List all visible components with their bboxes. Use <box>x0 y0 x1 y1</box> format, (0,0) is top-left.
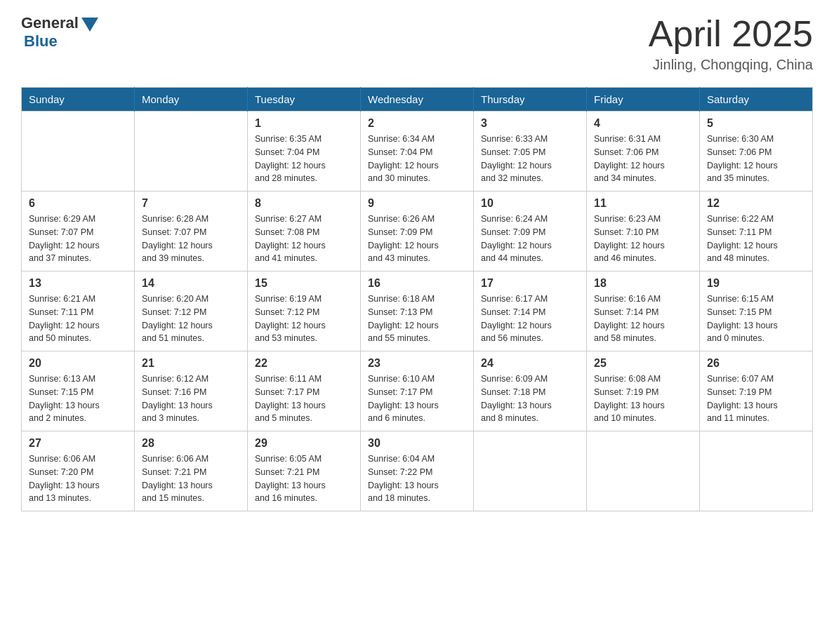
calendar-cell: 30Sunrise: 6:04 AMSunset: 7:22 PMDayligh… <box>361 431 474 511</box>
calendar-cell: 23Sunrise: 6:10 AMSunset: 7:17 PMDayligh… <box>361 351 474 431</box>
day-info: Sunrise: 6:28 AMSunset: 7:07 PMDaylight:… <box>142 213 240 265</box>
day-of-week-header: Wednesday <box>361 88 474 112</box>
day-info: Sunrise: 6:17 AMSunset: 7:14 PMDaylight:… <box>481 293 579 345</box>
calendar-cell: 8Sunrise: 6:27 AMSunset: 7:08 PMDaylight… <box>248 192 361 271</box>
day-info: Sunrise: 6:08 AMSunset: 7:19 PMDaylight:… <box>594 373 692 425</box>
day-info: Sunrise: 6:35 AMSunset: 7:04 PMDaylight:… <box>255 133 353 185</box>
day-info: Sunrise: 6:21 AMSunset: 7:11 PMDaylight:… <box>29 293 127 345</box>
calendar-cell <box>587 431 700 511</box>
month-title: April 2025 <box>649 14 813 54</box>
day-info: Sunrise: 6:19 AMSunset: 7:12 PMDaylight:… <box>255 293 353 345</box>
calendar-cell: 18Sunrise: 6:16 AMSunset: 7:14 PMDayligh… <box>587 271 700 351</box>
day-info: Sunrise: 6:12 AMSunset: 7:16 PMDaylight:… <box>142 373 240 425</box>
calendar-week-row: 13Sunrise: 6:21 AMSunset: 7:11 PMDayligh… <box>22 271 813 351</box>
day-number: 28 <box>142 437 240 450</box>
header-row: SundayMondayTuesdayWednesdayThursdayFrid… <box>22 88 813 112</box>
day-number: 3 <box>481 117 579 130</box>
logo-general-text: General <box>21 14 79 32</box>
calendar-cell: 27Sunrise: 6:06 AMSunset: 7:20 PMDayligh… <box>22 431 135 511</box>
calendar-cell: 11Sunrise: 6:23 AMSunset: 7:10 PMDayligh… <box>587 192 700 271</box>
day-number: 2 <box>368 117 466 130</box>
day-info: Sunrise: 6:04 AMSunset: 7:22 PMDaylight:… <box>368 452 466 505</box>
day-number: 19 <box>707 277 805 290</box>
day-info: Sunrise: 6:18 AMSunset: 7:13 PMDaylight:… <box>368 293 466 345</box>
title-section: April 2025 Jinling, Chongqing, China <box>649 14 813 73</box>
day-info: Sunrise: 6:10 AMSunset: 7:17 PMDaylight:… <box>368 373 466 425</box>
calendar-cell: 24Sunrise: 6:09 AMSunset: 7:18 PMDayligh… <box>474 351 587 431</box>
day-info: Sunrise: 6:05 AMSunset: 7:21 PMDaylight:… <box>255 452 353 505</box>
day-info: Sunrise: 6:27 AMSunset: 7:08 PMDaylight:… <box>255 213 353 265</box>
calendar-header: SundayMondayTuesdayWednesdayThursdayFrid… <box>22 88 813 112</box>
day-info: Sunrise: 6:24 AMSunset: 7:09 PMDaylight:… <box>481 213 579 265</box>
calendar-week-row: 20Sunrise: 6:13 AMSunset: 7:15 PMDayligh… <box>22 351 813 431</box>
calendar-cell: 6Sunrise: 6:29 AMSunset: 7:07 PMDaylight… <box>22 192 135 271</box>
calendar-cell <box>474 431 587 511</box>
calendar-cell <box>22 112 135 192</box>
calendar-cell: 17Sunrise: 6:17 AMSunset: 7:14 PMDayligh… <box>474 271 587 351</box>
day-number: 20 <box>29 357 127 370</box>
day-number: 30 <box>368 437 466 450</box>
day-number: 8 <box>255 197 353 210</box>
calendar-cell: 7Sunrise: 6:28 AMSunset: 7:07 PMDaylight… <box>135 192 248 271</box>
day-number: 27 <box>29 437 127 450</box>
day-info: Sunrise: 6:06 AMSunset: 7:20 PMDaylight:… <box>29 452 127 505</box>
location-text: Jinling, Chongqing, China <box>649 57 813 73</box>
day-number: 26 <box>707 357 805 370</box>
day-number: 14 <box>142 277 240 290</box>
day-of-week-header: Monday <box>135 88 248 112</box>
calendar-body: 1Sunrise: 6:35 AMSunset: 7:04 PMDaylight… <box>22 112 813 511</box>
day-number: 13 <box>29 277 127 290</box>
day-info: Sunrise: 6:13 AMSunset: 7:15 PMDaylight:… <box>29 373 127 425</box>
day-info: Sunrise: 6:29 AMSunset: 7:07 PMDaylight:… <box>29 213 127 265</box>
calendar-cell: 1Sunrise: 6:35 AMSunset: 7:04 PMDaylight… <box>248 112 361 192</box>
day-info: Sunrise: 6:26 AMSunset: 7:09 PMDaylight:… <box>368 213 466 265</box>
calendar-cell: 15Sunrise: 6:19 AMSunset: 7:12 PMDayligh… <box>248 271 361 351</box>
calendar-cell: 21Sunrise: 6:12 AMSunset: 7:16 PMDayligh… <box>135 351 248 431</box>
day-number: 1 <box>255 117 353 130</box>
day-info: Sunrise: 6:34 AMSunset: 7:04 PMDaylight:… <box>368 133 466 185</box>
day-info: Sunrise: 6:22 AMSunset: 7:11 PMDaylight:… <box>707 213 805 265</box>
day-info: Sunrise: 6:31 AMSunset: 7:06 PMDaylight:… <box>594 133 692 185</box>
day-number: 29 <box>255 437 353 450</box>
calendar-cell <box>700 431 813 511</box>
day-info: Sunrise: 6:23 AMSunset: 7:10 PMDaylight:… <box>594 213 692 265</box>
day-of-week-header: Friday <box>587 88 700 112</box>
calendar-table: SundayMondayTuesdayWednesdayThursdayFrid… <box>21 87 813 511</box>
day-info: Sunrise: 6:11 AMSunset: 7:17 PMDaylight:… <box>255 373 353 425</box>
day-number: 10 <box>481 197 579 210</box>
day-info: Sunrise: 6:30 AMSunset: 7:06 PMDaylight:… <box>707 133 805 185</box>
day-info: Sunrise: 6:16 AMSunset: 7:14 PMDaylight:… <box>594 293 692 345</box>
calendar-cell: 12Sunrise: 6:22 AMSunset: 7:11 PMDayligh… <box>700 192 813 271</box>
calendar-week-row: 1Sunrise: 6:35 AMSunset: 7:04 PMDaylight… <box>22 112 813 192</box>
calendar-week-row: 6Sunrise: 6:29 AMSunset: 7:07 PMDaylight… <box>22 192 813 271</box>
day-number: 25 <box>594 357 692 370</box>
day-number: 22 <box>255 357 353 370</box>
day-number: 18 <box>594 277 692 290</box>
day-number: 15 <box>255 277 353 290</box>
page-header: General Blue April 2025 Jinling, Chongqi… <box>21 14 813 73</box>
calendar-cell: 22Sunrise: 6:11 AMSunset: 7:17 PMDayligh… <box>248 351 361 431</box>
day-info: Sunrise: 6:07 AMSunset: 7:19 PMDaylight:… <box>707 373 805 425</box>
day-info: Sunrise: 6:09 AMSunset: 7:18 PMDaylight:… <box>481 373 579 425</box>
day-number: 4 <box>594 117 692 130</box>
calendar-cell: 10Sunrise: 6:24 AMSunset: 7:09 PMDayligh… <box>474 192 587 271</box>
calendar-cell: 9Sunrise: 6:26 AMSunset: 7:09 PMDaylight… <box>361 192 474 271</box>
calendar-cell: 4Sunrise: 6:31 AMSunset: 7:06 PMDaylight… <box>587 112 700 192</box>
calendar-cell: 29Sunrise: 6:05 AMSunset: 7:21 PMDayligh… <box>248 431 361 511</box>
day-info: Sunrise: 6:06 AMSunset: 7:21 PMDaylight:… <box>142 452 240 505</box>
day-number: 24 <box>481 357 579 370</box>
calendar-cell: 14Sunrise: 6:20 AMSunset: 7:12 PMDayligh… <box>135 271 248 351</box>
calendar-cell <box>135 112 248 192</box>
day-number: 21 <box>142 357 240 370</box>
calendar-cell: 16Sunrise: 6:18 AMSunset: 7:13 PMDayligh… <box>361 271 474 351</box>
calendar-cell: 25Sunrise: 6:08 AMSunset: 7:19 PMDayligh… <box>587 351 700 431</box>
day-number: 5 <box>707 117 805 130</box>
day-number: 12 <box>707 197 805 210</box>
calendar-cell: 20Sunrise: 6:13 AMSunset: 7:15 PMDayligh… <box>22 351 135 431</box>
logo: General Blue <box>21 14 98 51</box>
day-number: 6 <box>29 197 127 210</box>
logo-triangle-icon <box>81 18 98 32</box>
calendar-cell: 5Sunrise: 6:30 AMSunset: 7:06 PMDaylight… <box>700 112 813 192</box>
calendar-cell: 3Sunrise: 6:33 AMSunset: 7:05 PMDaylight… <box>474 112 587 192</box>
calendar-cell: 2Sunrise: 6:34 AMSunset: 7:04 PMDaylight… <box>361 112 474 192</box>
